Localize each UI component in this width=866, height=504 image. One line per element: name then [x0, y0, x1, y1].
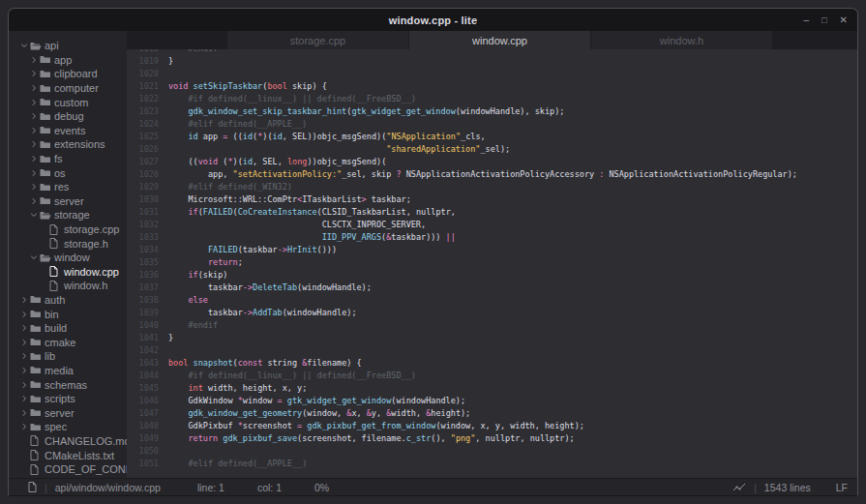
file-tree[interactable]: apiappclipboardcomputercustomdebugevents…: [9, 31, 127, 478]
tree-item-label: CHANGELOG.md: [43, 435, 127, 447]
code-line[interactable]: 1021void setSkipTaskbar(bool skip) {: [127, 80, 857, 93]
tree-item-label: bin: [43, 309, 59, 320]
file-icon: [49, 281, 58, 291]
status-line[interactable]: line: 1: [197, 482, 224, 493]
code-line[interactable]: 1034 FAILED(taskbar->HrInit())): [127, 244, 857, 256]
tree-item-window[interactable]: window: [9, 251, 127, 265]
code-text: #elif defined(__APPLE__): [168, 458, 307, 470]
folder-icon: [30, 395, 41, 403]
folder-icon: [30, 295, 41, 304]
code-line[interactable]: 1043bool snapshot(const string &filename…: [127, 357, 857, 370]
tree-item-os[interactable]: os: [9, 165, 127, 180]
code-line[interactable]: 1049 return gdk_pixbuf_save(screenshot, …: [127, 432, 857, 445]
tab-window.h[interactable]: window.h: [591, 31, 773, 49]
tree-item-computer[interactable]: computer: [9, 81, 127, 96]
tree-item-auth[interactable]: auth: [9, 293, 127, 308]
line-number: 1019: [127, 55, 159, 68]
minimize-icon[interactable]: –: [804, 15, 810, 25]
code-line[interactable]: 1031 if(FAILED(CoCreateInstance(CLSID_Ta…: [127, 206, 857, 219]
tree-item-spec[interactable]: spec: [9, 420, 127, 434]
line-number: 1036: [127, 269, 159, 282]
code-line[interactable]: 1035 return;: [127, 256, 857, 269]
tree-item-server[interactable]: server: [9, 194, 127, 209]
code-line[interactable]: 1051 #elif defined(__APPLE__): [127, 458, 857, 470]
code-line[interactable]: 1023 gdk_window_set_skip_taskbar_hint(gt…: [127, 105, 857, 118]
tree-item-storage.h[interactable]: storage.h: [9, 236, 127, 251]
tree-item-media[interactable]: media: [9, 364, 127, 378]
tree-item-label: spec: [43, 421, 67, 432]
tree-item-app[interactable]: app: [9, 53, 127, 68]
folder-open-icon: [40, 253, 51, 262]
tree-item-scripts[interactable]: scripts: [9, 392, 127, 406]
line-number: 1023: [127, 105, 159, 118]
code-line[interactable]: 1025 id app = ((id(*)(id, SEL))objc_msgS…: [127, 131, 857, 143]
tree-item-window.cpp[interactable]: window.cpp: [9, 265, 127, 280]
chevron-right-icon: [30, 70, 38, 77]
code-line[interactable]: 1030 Microsoft::WRL::ComPtr<ITaskbarList…: [127, 193, 857, 206]
code-line[interactable]: 1037 taskbar->DeleteTab(windowHandle);: [127, 282, 857, 294]
tree-item-build[interactable]: build: [9, 321, 127, 336]
close-icon[interactable]: ✕: [840, 15, 848, 25]
code-line[interactable]: 1047 gdk_window_get_geometry(window, &x,…: [127, 407, 857, 420]
tree-item-label: auth: [43, 294, 65, 306]
folder-icon: [30, 338, 41, 346]
tree-item-res[interactable]: res: [9, 180, 127, 194]
titlebar[interactable]: window.cpp - lite – □ ✕: [9, 9, 857, 31]
code-text: CLSCTX_INPROC_SERVER,: [168, 219, 426, 231]
code-editor[interactable]: 1018 #endif1019}10201021void setSkipTask…: [127, 49, 857, 478]
tab-window.cpp[interactable]: window.cpp: [409, 31, 591, 49]
code-line[interactable]: 1029 #elif defined(_WIN32): [127, 181, 857, 193]
code-line[interactable]: 1028 app, "setActivationPolicy:"_sel, sk…: [127, 168, 857, 181]
tree-item-CODE_OF_CONDUCT.md[interactable]: CODE_OF_CONDUCT.md: [9, 462, 127, 477]
code-line[interactable]: 1019}: [127, 55, 857, 68]
code-line[interactable]: 1041}: [127, 332, 857, 344]
chevron-right-icon: [30, 197, 38, 205]
code-line[interactable]: 1042: [127, 344, 857, 357]
tree-item-lib[interactable]: lib: [9, 349, 127, 364]
status-left: | api/window/window.cpp line: 1 col: 1 0…: [9, 482, 329, 493]
code-line[interactable]: 1040 #endif: [127, 319, 857, 332]
status-col[interactable]: col: 1: [257, 482, 282, 493]
tree-item-clipboard[interactable]: clipboard: [9, 67, 127, 81]
tree-item-CHANGELOG.md[interactable]: CHANGELOG.md: [9, 434, 127, 449]
code-line[interactable]: 1050: [127, 445, 857, 458]
tree-item-custom[interactable]: custom: [9, 95, 127, 109]
tree-item-server[interactable]: server: [9, 405, 127, 420]
code-line[interactable]: 1026 "sharedApplication"_sel);: [127, 143, 857, 156]
tree-item-api[interactable]: api: [9, 39, 127, 53]
tree-item-debug[interactable]: debug: [9, 109, 127, 124]
tree-item-extensions[interactable]: extensions: [9, 137, 127, 152]
code-line[interactable]: 1046 GdkWindow *window = gtk_widget_get_…: [127, 395, 857, 407]
code-line[interactable]: 1038 else: [127, 294, 857, 307]
folder-icon: [30, 380, 41, 389]
code-line[interactable]: 1044 #if defined(__linux__) || defined(_…: [127, 370, 857, 382]
tree-item-storage.cpp[interactable]: storage.cpp: [9, 222, 127, 237]
tab-storage.cpp[interactable]: storage.cpp: [227, 31, 409, 49]
code-line[interactable]: 1048 GdkPixbuf *screenshot = gdk_pixbuf_…: [127, 420, 857, 432]
tree-item-label: storage.h: [62, 238, 108, 250]
tree-item-cmake[interactable]: cmake: [9, 335, 127, 349]
tree-item-bin[interactable]: bin: [9, 307, 127, 321]
tree-item-storage[interactable]: storage: [9, 208, 127, 222]
code-line[interactable]: 1039 taskbar->AddTab(windowHandle);: [127, 307, 857, 319]
file-icon: [30, 435, 39, 446]
tree-item-label: cmake: [43, 337, 75, 348]
code-line[interactable]: 1036 if(skip): [127, 269, 857, 282]
maximize-icon[interactable]: □: [821, 15, 826, 25]
tree-item-schemas[interactable]: schemas: [9, 377, 127, 392]
tree-item-CMakeLists.txt[interactable]: CMakeLists.txt: [9, 448, 127, 462]
chevron-down-icon: [30, 211, 38, 219]
tree-item-fs[interactable]: fs: [9, 152, 127, 166]
code-line[interactable]: 1020: [127, 68, 857, 80]
code-line[interactable]: 1024 #elif defined(__APPLE__): [127, 118, 857, 131]
tree-item-events[interactable]: events: [9, 124, 127, 138]
code-line[interactable]: 1022 #if defined(__linux__) || defined(_…: [127, 93, 857, 105]
status-line-ending[interactable]: LF: [836, 482, 848, 493]
code-line[interactable]: 1033 IID_PPV_ARGS(&taskbar))) ||: [127, 231, 857, 244]
code-line[interactable]: 1027 ((void (*)(id, SEL, long))objc_msgS…: [127, 156, 857, 168]
app-window: window.cpp - lite – □ ✕ apiappclipboardc…: [8, 8, 858, 496]
code-line[interactable]: 1045 int width, height, x, y;: [127, 382, 857, 395]
tree-item-window.h[interactable]: window.h: [9, 279, 127, 293]
line-number: 1040: [127, 319, 159, 332]
code-line[interactable]: 1032 CLSCTX_INPROC_SERVER,: [127, 219, 857, 231]
